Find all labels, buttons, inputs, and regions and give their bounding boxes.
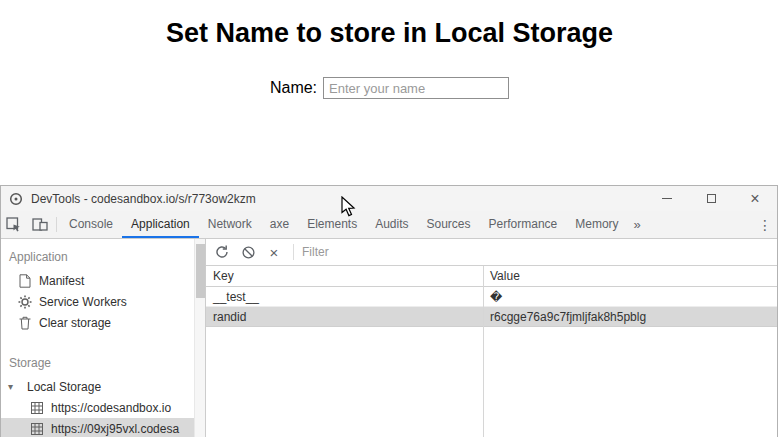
devtools-logo-icon [9, 192, 23, 206]
sidebar-item-label: Service Workers [39, 295, 127, 309]
sidebar-item-service-workers[interactable]: Service Workers [1, 291, 205, 312]
table-row[interactable]: __test__ � [206, 287, 777, 307]
column-header-value[interactable]: Value [483, 266, 777, 286]
sidebar-item-label: Local Storage [27, 380, 101, 394]
tab-network[interactable]: Network [199, 211, 261, 238]
tab-elements[interactable]: Elements [298, 211, 366, 238]
key-cell[interactable]: __test__ [206, 287, 483, 306]
sidebar-item-origin-codesandbox[interactable]: https://codesandbox.io [1, 397, 205, 418]
block-icon[interactable] [235, 239, 261, 265]
devtools-tabbar: Console Application Network axe Elements… [1, 211, 777, 239]
tab-memory[interactable]: Memory [566, 211, 627, 238]
page-title: Set Name to store in Local Storage [0, 18, 779, 49]
inspect-element-icon[interactable] [1, 211, 27, 238]
sidebar-item-label: Manifest [39, 274, 84, 288]
value-cell[interactable]: r6cgge76a9c7fjmljfak8h5pblg [483, 307, 777, 326]
local-storage-panel: × Key Value __test__ � randid r6cgge76a9… [206, 239, 777, 437]
filter-input[interactable] [300, 244, 520, 260]
name-label: Name: [270, 79, 317, 97]
devtools-menu-icon[interactable]: ⋮ [753, 211, 777, 238]
sidebar-section-storage: Storage [1, 349, 205, 376]
sidebar-section-application: Application [1, 243, 205, 270]
tab-performance[interactable]: Performance [480, 211, 567, 238]
name-form-row: Name: [0, 77, 779, 99]
toolbar-separator [293, 244, 294, 260]
table-header-row: Key Value [206, 266, 777, 287]
application-sidebar: Application Manifest Service Workers Cle… [1, 239, 206, 437]
gear-icon [18, 295, 32, 309]
table-row-selected[interactable]: randid r6cgge76a9c7fjmljfak8h5pblg [206, 307, 777, 327]
window-title: DevTools - codesandbox.io/s/r773ow2kzm [31, 192, 256, 206]
column-header-key[interactable]: Key [206, 266, 483, 286]
tabbar-separator [56, 217, 57, 232]
webpage: Set Name to store in Local Storage Name: [0, 0, 779, 99]
value-cell[interactable]: � [483, 287, 777, 306]
maximize-button[interactable] [689, 186, 733, 211]
devtools-titlebar: DevTools - codesandbox.io/s/r773ow2kzm × [1, 186, 777, 211]
sidebar-scrollbar[interactable] [194, 239, 205, 437]
storage-grid-icon [30, 402, 44, 414]
key-cell[interactable]: randid [206, 307, 483, 326]
tab-console[interactable]: Console [60, 211, 122, 238]
tab-axe[interactable]: axe [261, 211, 298, 238]
column-divider[interactable] [483, 266, 484, 437]
tabbar-spacer [647, 211, 753, 238]
close-button[interactable]: × [733, 186, 777, 211]
sidebar-item-local-storage[interactable]: ▾ Local Storage [1, 376, 205, 397]
tree-expand-icon[interactable]: ▾ [8, 381, 20, 392]
tab-sources[interactable]: Sources [418, 211, 480, 238]
sidebar-item-origin-selected[interactable]: https://09xj95vxl.codesa [1, 418, 205, 437]
trash-icon [18, 316, 32, 330]
sidebar-item-label: https://09xj95vxl.codesa [51, 422, 179, 436]
tab-audits[interactable]: Audits [366, 211, 417, 238]
window-controls: × [645, 186, 777, 211]
storage-grid-icon [30, 423, 44, 435]
more-tabs-icon[interactable]: » [628, 211, 647, 238]
devtools-window: DevTools - codesandbox.io/s/r773ow2kzm ×… [0, 185, 778, 437]
refresh-icon[interactable] [209, 239, 235, 265]
devtools-content: Application Manifest Service Workers Cle… [1, 239, 777, 437]
manifest-icon [18, 274, 32, 288]
sidebar-item-label: Clear storage [39, 316, 111, 330]
tab-application[interactable]: Application [122, 211, 199, 238]
delete-selected-icon[interactable]: × [261, 239, 287, 265]
device-toolbar-icon[interactable] [27, 211, 53, 238]
key-value-table: Key Value __test__ � randid r6cgge76a9c7… [206, 266, 777, 437]
sidebar-item-clear-storage[interactable]: Clear storage [1, 312, 205, 333]
sidebar-item-label: https://codesandbox.io [51, 401, 171, 415]
sidebar-item-manifest[interactable]: Manifest [1, 270, 205, 291]
name-input[interactable] [323, 77, 509, 99]
storage-toolbar: × [206, 239, 777, 266]
scrollbar-thumb[interactable] [196, 244, 205, 298]
minimize-button[interactable] [645, 186, 689, 211]
